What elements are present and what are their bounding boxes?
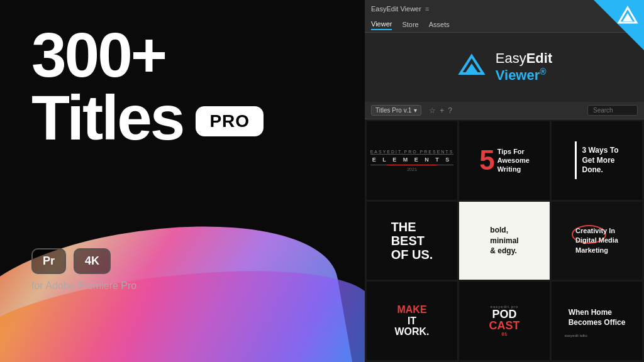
toolbar-icons: ☆ + ? [429,106,452,115]
badges-row: Pr 4K [0,248,365,274]
tile-podcast-content: easyedit.pro POD CAST 01 [489,305,520,337]
help-icon[interactable]: ? [448,106,452,115]
tile-home-text: When HomeBecomes Office [565,304,630,331]
tile-podcast[interactable]: easyedit.pro POD CAST 01 [459,282,550,360]
left-content: 300+ Titles PRO [0,0,365,173]
menu-store[interactable]: Store [402,21,418,30]
tile-elements-title: E L E M E N T S [370,154,454,165]
tile-elements-year: 2021 [370,167,454,172]
logo-edit: Edit [526,50,553,67]
tile-ways-bar [575,141,577,179]
tile-best-text: THEBESTOF US. [391,220,433,261]
preset-selector[interactable]: Titles Pro v.1 ▾ [371,105,421,116]
preset-label: Titles Pro v.1 [375,107,411,114]
tiles-grid: easyedit.pro presents E L E M E N T S 20… [365,119,644,362]
main-number: 300+ [31,25,333,85]
tile-bold-text: bold,minimal& edgy. [485,220,523,261]
tile-home-content: When HomeBecomes Office easyedit talks [561,300,633,341]
menu-viewer[interactable]: Viewer [371,20,392,30]
tile-tips-number: 5 [479,146,494,174]
tile-creativity[interactable]: Creativity InDigital MediaMarketing [552,202,642,280]
toolbar: Titles Pro v.1 ▾ ☆ + ? [365,102,644,119]
tile-make-text: MAKEITWORK. [394,304,429,337]
tile-tips-text: Tips ForAwesomeWriting [497,147,530,174]
logo-easy: Easy [496,50,526,67]
tile-podcast-sub: 01 [489,331,520,337]
star-icon[interactable]: ☆ [429,106,436,115]
logo-v-icon [457,52,487,82]
tile-ways-text: 3 Ways ToGet MoreDone. [582,146,618,175]
tile-elements-content: easyedit.pro presents E L E M E N T S 20… [370,150,454,172]
chevron-down-icon: ▾ [414,107,417,114]
corner-bookmark [594,0,644,50]
tile-make[interactable]: MAKEITWORK. [367,282,457,360]
title-bar-text: EasyEdit Viewer [371,5,421,13]
tile-creativity-inner: Creativity InDigital MediaMarketing [572,222,622,259]
tile-podcast-title: POD [489,309,520,320]
corner-logo-icon [616,5,639,32]
pro-badge: PRO [196,106,264,136]
4k-badge: 4K [74,248,111,274]
pr-badge: Pr [31,248,66,274]
titles-row: Titles PRO [31,88,333,148]
tile-podcast-title2: CAST [489,320,520,331]
logo-text: Easy Edit Viewer® [496,50,552,84]
tile-best[interactable]: THEBESTOF US. [367,202,457,280]
menu-icon: ≡ [425,5,429,13]
menu-assets[interactable]: Assets [429,21,450,30]
tile-ways-inner: 3 Ways ToGet MoreDone. [575,141,618,179]
main-word: Titles [31,88,183,148]
tile-ways[interactable]: 3 Ways ToGet MoreDone. [552,121,642,200]
search-input[interactable] [587,105,638,116]
tile-tips[interactable]: 5 Tips ForAwesomeWriting [459,121,550,200]
tile-bold[interactable]: bold,minimal& edgy. [459,202,550,280]
tile-creativity-text: Creativity InDigital MediaMarketing [572,222,622,259]
tile-home[interactable]: When HomeBecomes Office easyedit talks [552,282,642,360]
premiere-label: for Adobe Premiere Pro [0,280,365,292]
app-window: EasyEdit Viewer ≡ Viewer Store Assets Ea… [365,0,644,362]
tile-elements[interactable]: easyedit.pro presents E L E M E N T S 20… [367,121,457,200]
left-panel: 300+ Titles PRO Pr 4K for Adobe Premiere… [0,0,365,362]
add-icon[interactable]: + [440,106,444,115]
tile-elements-label: easyedit.pro presents [370,150,454,154]
tile-home-sub: easyedit talks [565,334,630,337]
logo-viewer: Viewer® [496,67,547,84]
